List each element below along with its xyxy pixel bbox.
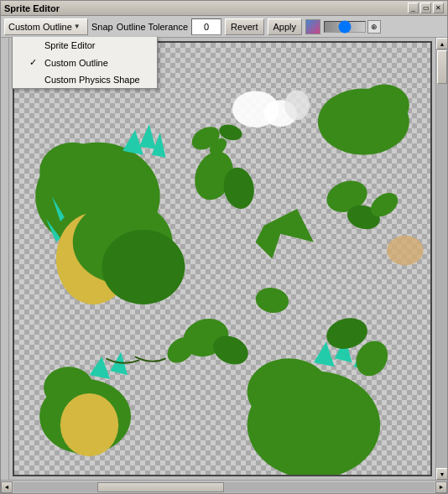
- title-bar-buttons: _ ▭ ✕: [408, 3, 444, 13]
- check-mark-sprite-editor: [29, 40, 41, 50]
- svg-point-36: [247, 358, 331, 424]
- color-picker[interactable]: [305, 19, 320, 34]
- dropdown-item-custom-outline[interactable]: ✓ Custom Outline: [13, 54, 157, 71]
- scroll-thumb-horizontal[interactable]: [97, 482, 224, 492]
- content-area: ▲ ▼: [1, 38, 447, 480]
- svg-marker-13: [139, 124, 156, 149]
- left-panel: [1, 38, 9, 480]
- svg-point-20: [102, 230, 185, 304]
- svg-point-33: [60, 393, 118, 456]
- svg-point-44: [253, 285, 290, 315]
- tolerance-label: Outline Tolerance: [117, 22, 188, 32]
- scroll-track-horizontal[interactable]: [13, 482, 435, 492]
- zoom-slider[interactable]: [324, 21, 366, 33]
- minimize-button[interactable]: _: [408, 3, 419, 13]
- tolerance-input[interactable]: [191, 18, 221, 35]
- mode-dropdown-menu: Sprite Editor ✓ Custom Outline Custom Ph…: [12, 37, 158, 89]
- dropdown-item-custom-physics[interactable]: Custom Physics Shape: [13, 71, 157, 88]
- scroll-thumb-vertical[interactable]: [437, 50, 447, 84]
- scroll-track-vertical[interactable]: [436, 49, 447, 468]
- mode-select[interactable]: Custom Outline ▼: [4, 18, 88, 35]
- svg-point-11: [39, 143, 106, 200]
- sprite-canvas[interactable]: [14, 43, 430, 475]
- scroll-down-button[interactable]: ▼: [436, 468, 447, 480]
- mode-select-arrow: ▼: [74, 23, 81, 30]
- toolbar: Custom Outline ▼ Snap Outline Tolerance …: [1, 16, 447, 38]
- close-button[interactable]: ✕: [433, 3, 444, 13]
- check-mark-custom-physics: [29, 75, 41, 85]
- window-title: Sprite Editor: [4, 3, 60, 13]
- svg-marker-12: [122, 130, 143, 155]
- zoom-icon: ⊕: [367, 20, 381, 34]
- slider-container: ⊕: [324, 20, 381, 34]
- scroll-right-button[interactable]: ►: [435, 481, 447, 493]
- canvas-border: [13, 41, 432, 476]
- title-bar: Sprite Editor _ ▭ ✕: [1, 1, 447, 16]
- restore-button[interactable]: ▭: [420, 3, 431, 13]
- svg-point-4: [359, 85, 409, 127]
- svg-marker-31: [90, 356, 111, 379]
- scroll-left-button[interactable]: ◄: [1, 481, 13, 493]
- sprite-editor-window: Sprite Editor _ ▭ ✕ Custom Outline ▼ Sna…: [0, 0, 448, 494]
- scroll-up-button[interactable]: ▲: [436, 38, 447, 49]
- revert-button[interactable]: Revert: [225, 18, 263, 35]
- svg-point-2: [284, 90, 310, 120]
- right-scrollbar: ▲ ▼: [435, 38, 447, 480]
- apply-button[interactable]: Apply: [268, 18, 303, 35]
- svg-marker-37: [314, 342, 335, 367]
- mode-select-label: Custom Outline: [8, 22, 72, 32]
- svg-point-27: [387, 236, 424, 266]
- canvas-container: [9, 38, 435, 480]
- bottom-scrollbar: ◄ ►: [1, 480, 447, 493]
- dropdown-item-sprite-editor[interactable]: Sprite Editor: [13, 37, 157, 54]
- check-mark-custom-outline: ✓: [29, 57, 41, 68]
- snap-label: Snap: [91, 22, 113, 32]
- sprite-artwork: [14, 43, 430, 475]
- svg-marker-23: [256, 209, 314, 258]
